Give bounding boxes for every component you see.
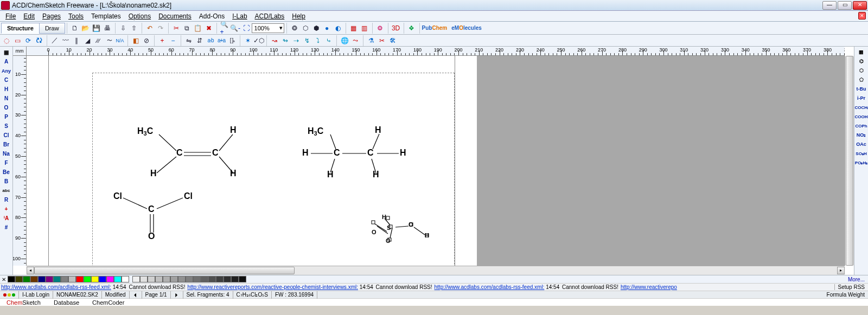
tpl-coch3[interactable]: COCH₃ (855, 103, 868, 112)
extra-1[interactable]: ⚗ (366, 36, 376, 46)
bond-hash[interactable]: ⫻ (93, 36, 103, 46)
arrow-6[interactable]: ⤷ (324, 36, 334, 46)
tpl-cooh[interactable]: COOH (855, 112, 868, 121)
atom-na[interactable]: Na (1, 149, 12, 158)
tpl-tbu[interactable]: t-Bu (855, 85, 868, 94)
atom-b[interactable]: B (1, 177, 12, 185)
scroll-left-arrow[interactable]: ◂ (27, 267, 34, 274)
gray-swatch[interactable] (132, 276, 140, 282)
atom-s[interactable]: S (1, 121, 12, 130)
flip-v-button[interactable]: ⇵ (195, 36, 205, 46)
paste-button[interactable]: 📋 (193, 23, 203, 33)
bond-wavy[interactable]: 〜 (104, 36, 114, 46)
maximize-button[interactable]: ▭ (838, 1, 852, 10)
menu-ilab[interactable]: I-Lab (229, 11, 250, 21)
color-swatch[interactable] (122, 276, 129, 282)
clean-button[interactable]: ✶ (243, 36, 253, 46)
tpl-so3h[interactable]: SO₃H (855, 149, 868, 158)
gray-swatch[interactable] (140, 276, 148, 282)
rxn-button[interactable]: ⤳ (350, 36, 360, 46)
tool-dict-button[interactable]: ❖ (407, 23, 417, 33)
atom-isotope[interactable]: ᴵA (1, 214, 12, 222)
tpl-benzene[interactable]: ⌬ (855, 57, 868, 66)
gray-swatch[interactable] (186, 276, 193, 282)
tab-draw[interactable]: Draw (39, 23, 65, 34)
rss-link-3[interactable]: http://www.acdlabs.com/acdlabs-rss-feed.… (435, 284, 545, 290)
zoom-in-button[interactable]: 🔍+ (220, 23, 229, 33)
delete-button[interactable]: ✖ (204, 23, 214, 33)
tpl-no2[interactable]: NO₂ (855, 131, 868, 140)
page-next-button[interactable]: ⏵ (171, 291, 183, 299)
bond-label-na[interactable]: N/A (115, 36, 125, 46)
tool-molecule-2[interactable]: ⬡ (301, 23, 310, 33)
tool-panel-2[interactable]: ▥ (360, 23, 369, 33)
rss-link-4[interactable]: http://www.reactiverepo (621, 284, 677, 290)
tool-3d-button[interactable]: 3D (391, 23, 401, 33)
atom-abc[interactable]: abc (1, 186, 12, 195)
menu-tools[interactable]: Tools (65, 11, 87, 21)
new-button[interactable]: 🗋 (70, 23, 80, 33)
setup-rss-button[interactable]: Setup RSS (834, 284, 868, 290)
tpl-cyclopentane[interactable]: ⬠ (855, 75, 868, 85)
gray-swatch[interactable] (216, 276, 224, 282)
arrow-5[interactable]: ⤵ (313, 36, 323, 46)
atom-hash[interactable]: # (1, 223, 12, 232)
menu-documents[interactable]: Documents (155, 11, 195, 21)
tool-atom-1[interactable]: ● (322, 23, 332, 33)
eraser-button[interactable]: ◧ (131, 36, 141, 46)
palette-none[interactable]: ✕ (0, 277, 8, 282)
pubchem-link[interactable]: PubChem (422, 25, 448, 31)
tool-panel-1[interactable]: ▦ (349, 23, 359, 33)
nav-chemsketch[interactable]: ChemSketch (0, 299, 47, 306)
color-swatch[interactable] (46, 276, 53, 282)
print-button[interactable]: 🖶 (103, 23, 112, 33)
open-button[interactable]: 📂 (81, 23, 91, 33)
color-swatch[interactable] (38, 276, 46, 282)
atom-r[interactable]: R (1, 195, 12, 204)
extra-3[interactable]: 🛠 (388, 36, 398, 46)
emolecules-link[interactable]: eMOlecules (451, 25, 482, 31)
atom-any[interactable]: Any (1, 66, 12, 75)
erase-atom-button[interactable]: ⊘ (142, 36, 151, 46)
atom-f[interactable]: F (1, 158, 12, 167)
color-swatch[interactable] (99, 276, 106, 282)
tool-name-button[interactable]: ⚙ (375, 23, 385, 33)
color-swatch[interactable] (68, 276, 76, 282)
label-aa-button[interactable]: a+a (216, 36, 226, 46)
color-swatch[interactable] (106, 276, 114, 282)
atom-p[interactable]: P (1, 112, 12, 121)
gray-swatch[interactable] (201, 276, 208, 282)
atom-c[interactable]: C (1, 75, 12, 84)
atom-be[interactable]: Be (1, 168, 12, 176)
menu-edit[interactable]: Edit (20, 11, 38, 21)
export-button[interactable]: ⇧ (129, 23, 139, 33)
tpl-coph[interactable]: COPh (855, 121, 868, 131)
scroll-thumb-v[interactable] (846, 56, 853, 266)
zoom-out-button[interactable]: 🔍- (231, 23, 240, 33)
palette-more-link[interactable]: More... (848, 277, 865, 282)
color-swatch[interactable] (23, 276, 30, 282)
color-swatch[interactable] (8, 276, 15, 282)
color-swatch[interactable] (84, 276, 91, 282)
arrow-4[interactable]: ↯ (302, 36, 312, 46)
zoom-select[interactable]: 100%▾ (252, 23, 284, 33)
copy-button[interactable]: ⧉ (182, 23, 192, 33)
scroll-thumb-h[interactable] (34, 267, 295, 274)
bond-wedge[interactable]: ◢ (82, 36, 92, 46)
atom-o[interactable]: O (1, 103, 12, 112)
gray-swatch[interactable] (163, 276, 170, 282)
atom-a[interactable]: A (1, 57, 12, 66)
label-ab-button[interactable]: a·b (206, 36, 215, 46)
menu-templates[interactable]: Templates (88, 11, 124, 21)
tool-molecule-1[interactable]: ❂ (290, 23, 299, 33)
tab-structure[interactable]: Structure (1, 23, 40, 34)
undo-button[interactable]: ↶ (145, 23, 155, 33)
flip-h-button[interactable]: ⇋ (184, 36, 194, 46)
tpl-oac[interactable]: OAc (855, 140, 868, 149)
gray-swatch[interactable] (193, 276, 201, 282)
bond-double[interactable]: ∥ (72, 36, 81, 46)
tool-rotate[interactable]: ⟳ (23, 36, 33, 46)
atom-n[interactable]: N (1, 94, 12, 102)
tpl-po3h2[interactable]: PO₃H₂ (855, 158, 868, 168)
canvas-viewport[interactable]: H3C C C H H H H3C C H H C H H H Cl Cl C … (27, 56, 845, 266)
